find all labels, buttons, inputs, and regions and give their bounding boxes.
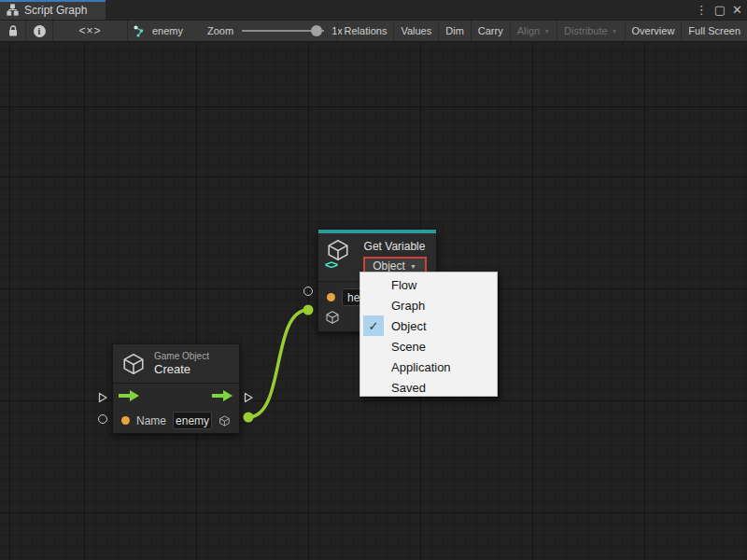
dim-button[interactable]: Dim — [438, 21, 471, 41]
graph-name: enemy — [152, 25, 183, 36]
lock-button[interactable] — [0, 21, 26, 41]
name-param-label: Name — [136, 414, 166, 427]
unity-graph-window: Script Graph ⋮ ▢ ✕ i <×> — [0, 0, 747, 560]
chevron-down-icon: ▼ — [612, 28, 618, 35]
getvar-name-input-port[interactable] — [303, 287, 313, 296]
distribute-button: Distribute▼ — [557, 21, 624, 41]
getvar-node-title: Get Variable — [364, 240, 426, 253]
string-port-icon — [121, 416, 130, 425]
string-port-icon — [327, 293, 335, 301]
scope-context-menu: Flow Graph ✓ Object Scene Application Sa… — [359, 272, 498, 397]
values-button[interactable]: Values — [393, 21, 438, 41]
title-bar: Script Graph ⋮ ▢ ✕ — [0, 0, 747, 20]
zoom-label: Zoom — [207, 25, 233, 36]
graph-reference[interactable]: enemy — [134, 21, 183, 41]
flow-out-arrow-icon — [212, 390, 233, 401]
carry-button[interactable]: Carry — [471, 21, 510, 41]
graph-icon — [134, 25, 147, 37]
create-name-row: Name enemy — [113, 408, 239, 433]
menu-item-flow[interactable]: Flow — [360, 274, 497, 295]
active-tab-accent — [0, 0, 106, 2]
create-node-header: Game Object Create — [113, 344, 239, 383]
tab-title: Script Graph — [24, 3, 87, 17]
code-icon: <×> — [78, 24, 101, 37]
zoom-slider-handle[interactable] — [311, 25, 322, 36]
lock-icon — [7, 25, 19, 37]
script-graph-icon — [7, 4, 19, 16]
zoom-control: Zoom 1x — [207, 21, 343, 41]
menu-item-application[interactable]: Application — [360, 357, 497, 377]
flow-in-arrow-icon — [119, 390, 140, 401]
chevron-down-icon: ▼ — [410, 263, 416, 270]
create-node-title: Create — [154, 362, 209, 376]
window-controls: ⋮ ▢ ✕ — [696, 0, 742, 20]
align-button: Align▼ — [510, 21, 557, 41]
code-brackets-icon: <> — [325, 258, 337, 272]
info-icon: i — [34, 25, 46, 37]
create-node-body: Name enemy — [113, 383, 239, 433]
zoom-slider[interactable] — [242, 30, 324, 32]
create-node-category: Game Object — [154, 351, 209, 361]
wire-start-port — [244, 413, 254, 423]
chevron-down-icon: ▼ — [543, 28, 550, 35]
graph-canvas[interactable]: Game Object Create Name enemy — [0, 42, 747, 560]
tab-script-graph[interactable]: Script Graph — [0, 0, 106, 20]
create-flow-input-port[interactable] — [97, 390, 108, 407]
scope-selected: Object — [373, 259, 405, 273]
variable-icon: <> — [326, 238, 354, 270]
menu-item-scene[interactable]: Scene — [360, 336, 497, 357]
toolbar-left-group: i <×> — [0, 21, 128, 41]
window-menu-icon[interactable]: ⋮ — [696, 0, 708, 20]
game-object-output-icon — [218, 413, 231, 428]
create-flow-output-port[interactable] — [243, 390, 254, 407]
create-name-input-port[interactable] — [98, 414, 107, 424]
relations-button[interactable]: Relations — [337, 21, 394, 41]
maximize-icon[interactable]: ▢ — [714, 0, 726, 20]
graph-toolbar: i <×> enemy Zoom 1x Relations Value — [0, 20, 747, 42]
overview-button[interactable]: Overview — [625, 21, 682, 41]
preview-code-button[interactable]: <×> — [53, 21, 128, 41]
close-icon[interactable]: ✕ — [732, 0, 742, 20]
check-icon: ✓ — [363, 315, 384, 336]
game-object-port-icon — [325, 310, 340, 325]
full-screen-button[interactable]: Full Screen — [681, 21, 747, 41]
menu-item-graph[interactable]: Graph — [360, 295, 497, 315]
node-create-game-object[interactable]: Game Object Create Name enemy — [112, 343, 240, 434]
cube-icon — [121, 352, 146, 376]
create-flow-row — [113, 384, 239, 408]
toolbar-right-group: Relations Values Dim Carry Align▼ Distri… — [337, 21, 747, 41]
menu-item-saved[interactable]: Saved — [360, 377, 497, 398]
inspect-button[interactable]: i — [26, 21, 53, 41]
name-input-field[interactable]: enemy — [173, 412, 212, 429]
menu-item-object[interactable]: ✓ Object — [360, 315, 497, 336]
wire-end-port — [303, 305, 314, 315]
